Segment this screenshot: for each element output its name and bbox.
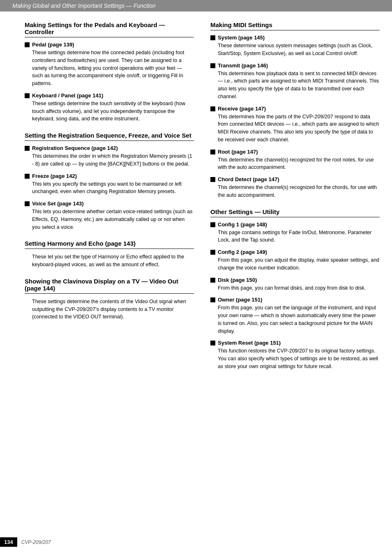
bullet-config2 [210,250,215,255]
content-area: Making Settings for the Pedals and Keybo… [0,12,392,392]
section-clavinova: Showing the Clavinova Display on a TV — … [25,278,194,321]
sub-title-freeze: Freeze (page 142) [25,173,194,179]
section-registration: Setting the Registration Sequence, Freez… [25,132,194,231]
section-title-midi: Making MIDI Settings [210,21,380,30]
sub-body-keyboard-panel: These settings determine the touch sensi… [25,100,194,123]
sub-title-pedal: Pedal (page 139) [25,41,194,48]
right-column: Making MIDI Settings System (page 145) T… [210,21,380,380]
sub-title-chord-detect: Chord Detect (page 147) [210,176,380,182]
sub-title-keyboard-panel: Keyboard / Panel (page 141) [25,92,194,99]
header-text: Making Global and Other Important Settin… [12,2,156,9]
section-title-registration: Setting the Registration Sequence, Freez… [25,132,194,141]
sub-body-system: These determine various system messages … [210,42,380,58]
sub-section-disk: Disk (page 150) From this page, you can … [210,277,380,292]
left-column: Making Settings for the Pedals and Keybo… [25,21,194,380]
bullet-system [210,35,215,40]
sub-title-system-reset: System Reset (page 151) [210,340,380,346]
sub-body-transmit: This determines how playback data is sen… [210,70,380,101]
bullet-disk [210,278,215,283]
sub-body-receive: This determines how the parts of the CVP… [210,113,380,144]
section-harmony-echo: Setting Harmony and Echo (page 143) Thes… [25,240,194,269]
sub-title-voice-set: Voice Set (page 143) [25,200,194,207]
sub-body-voice-set: This lets you determine whether certain … [25,208,194,231]
sub-section-pedal: Pedal (page 139) These settings determin… [25,41,194,88]
sub-title-transmit: Transmit (page 146) [210,62,380,69]
sub-body-owner: From this page, you can set the language… [210,304,380,335]
sub-title-reg-sequence: Registration Sequence (page 142) [25,145,194,151]
bullet-owner [210,297,215,302]
sub-section-system-reset: System Reset (page 151) This function re… [210,340,380,370]
sub-body-config1: This page contains settings for Fade In/… [210,229,380,244]
sub-body-reg-sequence: This determines the order in which the R… [25,152,194,168]
sub-title-disk: Disk (page 150) [210,277,380,283]
bullet-transmit [210,63,215,68]
sub-title-config1: Config 1 (page 148) [210,221,380,228]
sub-body-disk: From this page, you can format disks, an… [210,284,380,292]
sub-section-reg-sequence: Registration Sequence (page 142) This de… [25,145,194,168]
sub-section-receive: Receive (page 147) This determines how t… [210,106,380,144]
bullet-receive [210,106,215,111]
section-title-other: Other Settings — Utility [210,208,380,217]
page-wrapper: Making Global and Other Important Settin… [0,0,392,555]
page-model: CVP-209/207 [21,539,51,545]
sub-section-keyboard-panel: Keyboard / Panel (page 141) These settin… [25,92,194,123]
sub-body-pedal: These settings determine how the connect… [25,49,194,88]
bullet-config1 [210,222,215,227]
bullet-reg-sequence [25,146,30,151]
sub-body-config2: From this page, you can adjust the displ… [210,256,380,272]
sub-body-harmony: These let you set the type of Harmony or… [25,253,194,269]
sub-section-voice-set: Voice Set (page 143) This lets you deter… [25,200,194,231]
sub-title-root: Root (page 147) [210,149,380,155]
sub-body-clavinova: These settings determine the contents of… [25,298,194,321]
sub-body-root: This determines the channel(s) recognize… [210,156,380,172]
sub-section-chord-detect: Chord Detect (page 147) This determines … [210,176,380,199]
bullet-root [210,150,215,154]
sub-title-system: System (page 145) [210,35,380,41]
sub-body-system-reset: This function restores the CVP-209/207 t… [210,347,380,370]
section-midi: Making MIDI Settings System (page 145) T… [210,21,380,199]
bullet-pedal [25,42,30,47]
sub-section-root: Root (page 147) This determines the chan… [210,149,380,172]
sub-section-config2: Config 2 (page 149) From this page, you … [210,249,380,272]
header-bar: Making Global and Other Important Settin… [0,0,392,12]
section-other-settings: Other Settings — Utility Config 1 (page … [210,208,380,371]
sub-section-config1: Config 1 (page 148) This page contains s… [210,221,380,244]
bullet-chord-detect [210,177,215,182]
sub-section-owner: Owner (page 151) From this page, you can… [210,297,380,335]
bullet-system-reset [210,341,215,345]
page-footer: 134 CVP-209/207 [0,537,51,547]
sub-section-system: System (page 145) These determine variou… [210,35,380,58]
section-title-clavinova: Showing the Clavinova Display on a TV — … [25,278,194,294]
sub-section-transmit: Transmit (page 146) This determines how … [210,62,380,101]
section-title-pedals: Making Settings for the Pedals and Keybo… [25,21,194,37]
sub-body-chord-detect: This determines the channel(s) recognize… [210,184,380,199]
page-number: 134 [0,537,17,547]
sub-title-receive: Receive (page 147) [210,106,380,112]
bullet-freeze [25,174,30,179]
sub-title-owner: Owner (page 151) [210,297,380,303]
sub-section-freeze: Freeze (page 142) This lets you specify … [25,173,194,196]
sub-body-freeze: This lets you specify the settings you w… [25,180,194,196]
section-title-harmony: Setting Harmony and Echo (page 143) [25,240,194,249]
section-pedals-keyboard: Making Settings for the Pedals and Keybo… [25,21,194,123]
bullet-keyboard-panel [25,93,30,98]
bullet-voice-set [25,201,30,206]
sub-title-config2: Config 2 (page 149) [210,249,380,255]
